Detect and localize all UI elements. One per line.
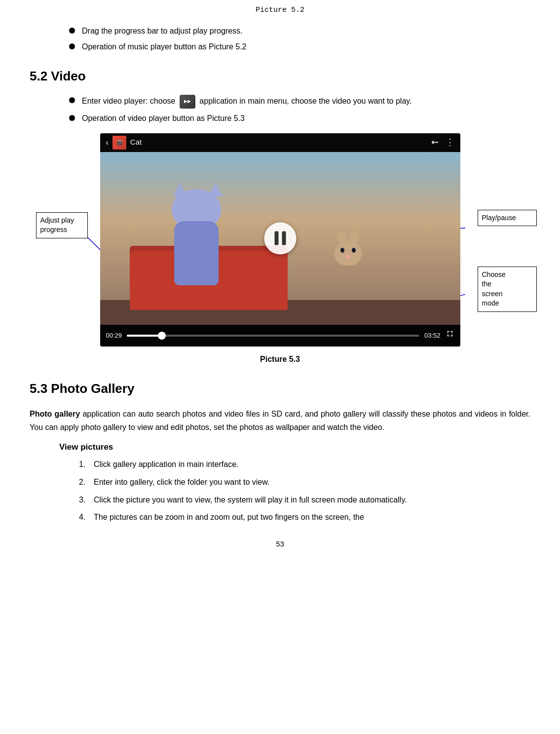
progress-bar-fill [127,335,162,337]
annotation-play-pause: Play/pause [478,210,537,227]
bullet-dot-1 [69,28,75,34]
step-4: 4. The pictures can be zoom in and zoom … [79,511,530,524]
video-player[interactable]: ‹ 🎬 Cat ⇜ ⋮ [100,133,460,347]
video-player-outer: Adjust play progress Play/pause Choose t… [100,133,460,347]
section53-intro-rest: application can auto search photos and v… [30,410,530,431]
jerry-body [335,241,362,266]
bullet-dot-v2 [69,115,75,121]
view-pictures-heading: View pictures [59,441,530,454]
annotation-screenmode-line1: Choose [482,270,506,278]
annotation-screenmode-line4: mode [482,299,499,307]
picture52-label: Picture 5.2 [30,5,530,16]
pause-icon [274,232,286,245]
video-topbar: ‹ 🎬 Cat ⇜ ⋮ [100,133,460,152]
annotation-playpause-text: Play/pause [482,214,516,222]
section53-heading: 5.3 Photo Gallery [30,379,530,398]
bullet-dot-2 [69,43,75,49]
step-3: 3. Click the picture you want to view, t… [79,494,530,506]
progress-thumb[interactable] [158,332,166,340]
step-text-1: Click gallery application in main interf… [94,458,238,471]
video-bullet-1-text: Enter video player: choose application i… [82,95,412,109]
step-2: 2. Enter into gallery, click the folder … [79,476,530,489]
jerry-eye-left [340,248,344,253]
step-num-4: 4. [79,511,94,524]
page-number: 53 [30,539,530,550]
share-icon[interactable]: ⇜ [431,136,439,149]
numbered-steps: 1. Click gallery application in main int… [79,458,530,523]
fullscreen-button[interactable] [446,329,454,342]
jerry-ear-right [349,232,359,243]
annotation-adjust-progress: Adjust play progress [36,212,88,238]
video-thumbnail-small: 🎬 [112,136,126,150]
video-bullet-1: Enter video player: choose application i… [69,95,530,109]
tom-body [174,221,219,285]
video-bullet-1-before: Enter video player: choose [82,97,178,105]
annotation-screen-mode: Choose the screen mode [478,267,537,312]
video-controls: 00:29 03:52 [100,325,460,347]
pause-bar-1 [274,232,278,245]
video-bullet-2: Operation of video player button as Pict… [69,113,530,124]
section52-heading: 5.2 Video [30,67,530,86]
annotation-adjust-text: Adjust play progress [40,216,74,234]
step-num-2: 2. [79,476,94,489]
jerry-head [335,241,362,266]
video-player-icon [180,95,195,109]
step-text-2: Enter into gallery, click the folder you… [94,476,269,489]
time-current: 00:29 [106,331,122,341]
page-container: Picture 5.2 Drag the progress bar to adj… [0,0,560,569]
back-arrow-icon[interactable]: ‹ [106,137,109,149]
pause-button-overlay[interactable] [264,222,296,254]
video-bullet-2-text: Operation of video player button as Pict… [82,113,245,124]
video-title: Cat [130,137,142,148]
annotation-screenmode-line2: the [482,280,491,288]
pause-bar-2 [282,232,286,245]
annotation-screenmode-line3: screen [482,290,503,298]
jerry-ear-left [337,232,347,243]
thumb-icon: 🎬 [116,139,122,146]
time-total: 03:52 [424,331,441,341]
bullet-dot-v1 [69,97,75,103]
video-frame [100,152,460,325]
section52-bullets: Drag the progress bar to adjust play pro… [69,25,530,53]
photo-gallery-section: 5.3 Photo Gallery Photo gallery applicat… [30,379,530,524]
video-section-bullets: Enter video player: choose application i… [69,95,530,124]
video-bullet-1-after: application in main menu, choose the vid… [199,97,411,105]
section53-intro: Photo gallery application can auto searc… [30,407,530,434]
bullet-item-1: Drag the progress bar to adjust play pro… [69,25,530,37]
photo-gallery-bold: Photo gallery [30,410,80,418]
jerry-nose [345,255,350,258]
step-num-1: 1. [79,458,94,471]
topbar-left: ‹ 🎬 Cat [106,136,142,150]
video-diagram-wrapper: Adjust play progress Play/pause Choose t… [30,133,530,347]
progress-bar-track[interactable] [127,335,419,337]
more-icon[interactable]: ⋮ [446,136,454,149]
jerry-eye-right [352,248,356,253]
picture53-label: Picture 5.3 [30,353,530,365]
step-text-4: The pictures can be zoom in and zoom out… [94,511,364,524]
step-1: 1. Click gallery application in main int… [79,458,530,471]
bullet-item-2: Operation of music player button as Pict… [69,41,530,53]
step-num-3: 3. [79,494,94,506]
bullet-text-2: Operation of music player button as Pict… [82,41,247,53]
bullet-text-1: Drag the progress bar to adjust play pro… [82,25,243,37]
step-text-3: Click the picture you want to view, the … [94,494,407,506]
topbar-icons: ⇜ ⋮ [431,136,454,149]
